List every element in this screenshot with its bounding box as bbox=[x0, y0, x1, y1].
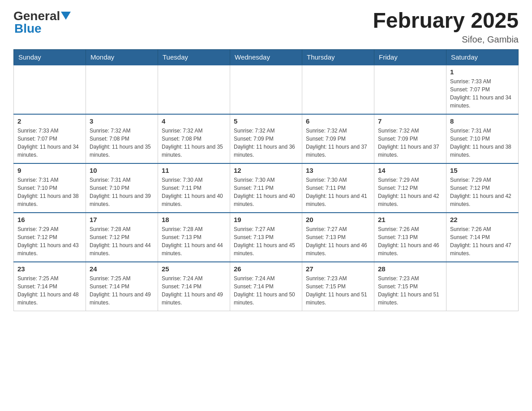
calendar-cell: 1Sunrise: 7:33 AMSunset: 7:07 PMDaylight… bbox=[446, 65, 519, 114]
calendar-cell: 21Sunrise: 7:26 AMSunset: 7:13 PMDayligh… bbox=[374, 213, 446, 262]
day-info: Sunrise: 7:23 AMSunset: 7:15 PMDaylight:… bbox=[378, 274, 442, 307]
calendar-cell bbox=[374, 65, 446, 114]
calendar-subtitle: Sifoe, Gambia bbox=[373, 34, 519, 45]
day-info: Sunrise: 7:31 AMSunset: 7:10 PMDaylight:… bbox=[450, 127, 515, 159]
calendar-cell: 26Sunrise: 7:24 AMSunset: 7:14 PMDayligh… bbox=[230, 262, 302, 311]
calendar-cell bbox=[302, 65, 374, 114]
calendar-cell bbox=[14, 65, 86, 114]
day-info: Sunrise: 7:30 AMSunset: 7:11 PMDaylight:… bbox=[162, 176, 226, 208]
day-info: Sunrise: 7:31 AMSunset: 7:10 PMDaylight:… bbox=[90, 176, 154, 208]
page-header: General Blue February 2025 Sifoe, Gambia bbox=[13, 9, 519, 45]
day-number: 7 bbox=[378, 117, 442, 125]
day-info: Sunrise: 7:23 AMSunset: 7:15 PMDaylight:… bbox=[306, 274, 370, 307]
calendar-week-4: 16Sunrise: 7:29 AMSunset: 7:12 PMDayligh… bbox=[14, 213, 519, 262]
day-number: 25 bbox=[162, 265, 226, 273]
calendar-cell: 12Sunrise: 7:30 AMSunset: 7:11 PMDayligh… bbox=[230, 163, 302, 213]
svg-marker-0 bbox=[61, 12, 71, 20]
day-number: 8 bbox=[450, 117, 515, 125]
day-info: Sunrise: 7:33 AMSunset: 7:07 PMDaylight:… bbox=[450, 77, 515, 110]
calendar-week-2: 2Sunrise: 7:33 AMSunset: 7:07 PMDaylight… bbox=[14, 114, 519, 163]
calendar-cell bbox=[446, 262, 519, 311]
weekday-header-wednesday: Wednesday bbox=[230, 49, 302, 65]
day-info: Sunrise: 7:25 AMSunset: 7:14 PMDaylight:… bbox=[90, 274, 154, 307]
calendar-cell: 10Sunrise: 7:31 AMSunset: 7:10 PMDayligh… bbox=[86, 163, 158, 213]
day-info: Sunrise: 7:32 AMSunset: 7:08 PMDaylight:… bbox=[90, 127, 154, 159]
day-info: Sunrise: 7:28 AMSunset: 7:13 PMDaylight:… bbox=[162, 225, 226, 257]
calendar-week-5: 23Sunrise: 7:25 AMSunset: 7:14 PMDayligh… bbox=[14, 262, 519, 311]
day-info: Sunrise: 7:29 AMSunset: 7:12 PMDaylight:… bbox=[378, 176, 442, 208]
day-info: Sunrise: 7:26 AMSunset: 7:14 PMDaylight:… bbox=[450, 225, 515, 257]
calendar-cell: 9Sunrise: 7:31 AMSunset: 7:10 PMDaylight… bbox=[14, 163, 86, 213]
day-number: 24 bbox=[90, 265, 154, 273]
day-info: Sunrise: 7:32 AMSunset: 7:08 PMDaylight:… bbox=[162, 127, 226, 159]
day-number: 10 bbox=[90, 167, 154, 174]
day-number: 18 bbox=[162, 216, 226, 223]
day-number: 21 bbox=[378, 216, 442, 223]
day-number: 22 bbox=[450, 216, 515, 223]
day-number: 16 bbox=[17, 216, 82, 223]
day-info: Sunrise: 7:29 AMSunset: 7:12 PMDaylight:… bbox=[450, 176, 515, 208]
calendar-cell: 8Sunrise: 7:31 AMSunset: 7:10 PMDaylight… bbox=[446, 114, 519, 163]
calendar-cell: 16Sunrise: 7:29 AMSunset: 7:12 PMDayligh… bbox=[14, 213, 86, 262]
day-info: Sunrise: 7:31 AMSunset: 7:10 PMDaylight:… bbox=[17, 176, 82, 208]
calendar-week-3: 9Sunrise: 7:31 AMSunset: 7:10 PMDaylight… bbox=[14, 163, 519, 213]
calendar-cell: 18Sunrise: 7:28 AMSunset: 7:13 PMDayligh… bbox=[158, 213, 230, 262]
day-info: Sunrise: 7:27 AMSunset: 7:13 PMDaylight:… bbox=[306, 225, 370, 257]
day-number: 3 bbox=[90, 117, 154, 125]
calendar-week-1: 1Sunrise: 7:33 AMSunset: 7:07 PMDaylight… bbox=[14, 65, 519, 114]
calendar-cell: 23Sunrise: 7:25 AMSunset: 7:14 PMDayligh… bbox=[14, 262, 86, 311]
day-number: 15 bbox=[450, 167, 515, 174]
day-info: Sunrise: 7:32 AMSunset: 7:09 PMDaylight:… bbox=[378, 127, 442, 159]
calendar-cell bbox=[86, 65, 158, 114]
day-number: 20 bbox=[306, 216, 370, 223]
day-info: Sunrise: 7:33 AMSunset: 7:07 PMDaylight:… bbox=[17, 127, 82, 159]
calendar-cell: 2Sunrise: 7:33 AMSunset: 7:07 PMDaylight… bbox=[14, 114, 86, 163]
calendar-cell: 3Sunrise: 7:32 AMSunset: 7:08 PMDaylight… bbox=[86, 114, 158, 163]
day-info: Sunrise: 7:25 AMSunset: 7:14 PMDaylight:… bbox=[17, 274, 82, 307]
calendar-cell: 13Sunrise: 7:30 AMSunset: 7:11 PMDayligh… bbox=[302, 163, 374, 213]
day-info: Sunrise: 7:27 AMSunset: 7:13 PMDaylight:… bbox=[234, 225, 298, 257]
calendar-cell: 27Sunrise: 7:23 AMSunset: 7:15 PMDayligh… bbox=[302, 262, 374, 311]
day-info: Sunrise: 7:28 AMSunset: 7:12 PMDaylight:… bbox=[90, 225, 154, 257]
day-number: 12 bbox=[234, 167, 298, 174]
day-number: 27 bbox=[306, 265, 370, 273]
day-number: 14 bbox=[378, 167, 442, 174]
day-number: 26 bbox=[234, 265, 298, 273]
calendar-cell: 6Sunrise: 7:32 AMSunset: 7:09 PMDaylight… bbox=[302, 114, 374, 163]
calendar-body: 1Sunrise: 7:33 AMSunset: 7:07 PMDaylight… bbox=[14, 65, 519, 311]
calendar-cell: 7Sunrise: 7:32 AMSunset: 7:09 PMDaylight… bbox=[374, 114, 446, 163]
day-number: 11 bbox=[162, 167, 226, 174]
calendar-cell bbox=[158, 65, 230, 114]
day-number: 6 bbox=[306, 117, 370, 125]
day-info: Sunrise: 7:30 AMSunset: 7:11 PMDaylight:… bbox=[306, 176, 370, 208]
day-number: 23 bbox=[17, 265, 82, 273]
day-info: Sunrise: 7:32 AMSunset: 7:09 PMDaylight:… bbox=[306, 127, 370, 159]
weekday-header-thursday: Thursday bbox=[302, 49, 374, 65]
day-info: Sunrise: 7:24 AMSunset: 7:14 PMDaylight:… bbox=[162, 274, 226, 307]
weekday-header-row: SundayMondayTuesdayWednesdayThursdayFrid… bbox=[14, 49, 519, 65]
calendar-cell: 19Sunrise: 7:27 AMSunset: 7:13 PMDayligh… bbox=[230, 213, 302, 262]
day-number: 17 bbox=[90, 216, 154, 223]
day-info: Sunrise: 7:24 AMSunset: 7:14 PMDaylight:… bbox=[234, 274, 298, 307]
calendar-header: SundayMondayTuesdayWednesdayThursdayFrid… bbox=[14, 49, 519, 65]
day-number: 4 bbox=[162, 117, 226, 125]
weekday-header-tuesday: Tuesday bbox=[158, 49, 230, 65]
calendar-cell: 25Sunrise: 7:24 AMSunset: 7:14 PMDayligh… bbox=[158, 262, 230, 311]
weekday-header-saturday: Saturday bbox=[446, 49, 519, 65]
logo-triangle-icon bbox=[61, 12, 71, 21]
day-number: 13 bbox=[306, 167, 370, 174]
day-number: 9 bbox=[17, 167, 82, 174]
title-block: February 2025 Sifoe, Gambia bbox=[373, 9, 519, 45]
day-number: 2 bbox=[17, 117, 82, 125]
logo-blue-text: Blue bbox=[14, 21, 42, 35]
day-number: 5 bbox=[234, 117, 298, 125]
day-number: 1 bbox=[450, 68, 515, 76]
weekday-header-monday: Monday bbox=[86, 49, 158, 65]
calendar-cell: 4Sunrise: 7:32 AMSunset: 7:08 PMDaylight… bbox=[158, 114, 230, 163]
calendar-cell: 28Sunrise: 7:23 AMSunset: 7:15 PMDayligh… bbox=[374, 262, 446, 311]
day-info: Sunrise: 7:32 AMSunset: 7:09 PMDaylight:… bbox=[234, 127, 298, 159]
day-number: 28 bbox=[378, 265, 442, 273]
calendar-cell: 15Sunrise: 7:29 AMSunset: 7:12 PMDayligh… bbox=[446, 163, 519, 213]
calendar-cell: 22Sunrise: 7:26 AMSunset: 7:14 PMDayligh… bbox=[446, 213, 519, 262]
day-info: Sunrise: 7:29 AMSunset: 7:12 PMDaylight:… bbox=[17, 225, 82, 257]
